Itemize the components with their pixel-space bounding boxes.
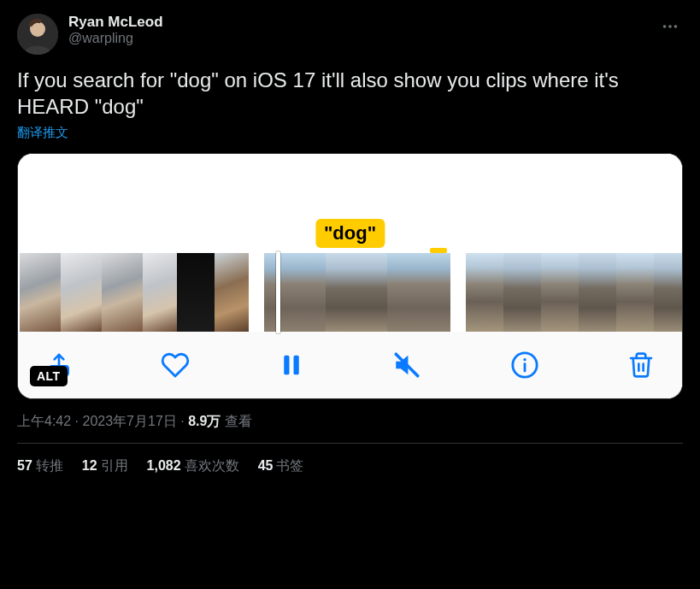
media-attachment[interactable]: "dog": [17, 153, 683, 399]
avatar[interactable]: [17, 14, 58, 55]
timeline-frame: [143, 253, 177, 332]
clip-group: [20, 253, 249, 332]
timeline-frame: [61, 253, 102, 332]
timeline-frame: [541, 253, 579, 332]
timeline-frame: [326, 253, 387, 332]
delete-button[interactable]: [627, 351, 655, 379]
timeline-frame: [503, 253, 541, 332]
clip-group: [264, 253, 450, 332]
mute-button[interactable]: [392, 350, 421, 380]
search-tag-badge: "dog": [315, 219, 385, 248]
svg-rect-7: [293, 356, 298, 375]
pause-button[interactable]: [279, 352, 304, 378]
svg-point-3: [668, 25, 672, 28]
views-label: 查看: [225, 414, 252, 428]
pause-icon: [279, 352, 304, 378]
trash-icon: [627, 351, 655, 379]
tweet-time: 上午4:42: [17, 414, 71, 428]
retweets-stat[interactable]: 57转推: [17, 457, 63, 475]
info-icon: [510, 350, 539, 380]
svg-point-2: [663, 25, 667, 28]
timeline-frame: [264, 253, 326, 332]
views-count: 8.9万: [188, 414, 221, 428]
alt-badge[interactable]: ALT: [30, 366, 68, 386]
bookmarks-stat[interactable]: 45书签: [258, 457, 304, 475]
media-toolbar: [18, 332, 682, 398]
user-block[interactable]: Ryan McLeod @warpling: [68, 14, 657, 46]
display-name: Ryan McLeod: [68, 14, 657, 31]
mute-icon: [392, 350, 421, 380]
more-icon: [661, 17, 679, 36]
video-timeline[interactable]: [18, 253, 682, 332]
translate-link[interactable]: 翻译推文: [17, 125, 68, 141]
info-button[interactable]: [510, 350, 539, 380]
more-button[interactable]: [657, 14, 683, 39]
timeline-frame: [215, 253, 249, 332]
tweet-meta[interactable]: 上午4:42 · 2023年7月17日 · 8.9万 查看: [17, 413, 683, 431]
tweet-container: Ryan McLeod @warpling If you search for …: [0, 0, 700, 489]
likes-stat[interactable]: 1,082喜欢次数: [147, 457, 239, 475]
timeline-frame: [20, 253, 61, 332]
like-button[interactable]: [161, 350, 190, 380]
tweet-date: 2023年7月17日: [82, 414, 176, 428]
timeline-frame: [616, 253, 654, 332]
playhead[interactable]: [276, 251, 280, 333]
timeline-frame: [654, 253, 683, 332]
timeline-frame: [387, 253, 450, 332]
timeline-frame: [177, 253, 215, 332]
media-top-area: "dog": [18, 154, 682, 253]
heart-icon: [161, 350, 190, 380]
tweet-header: Ryan McLeod @warpling: [17, 14, 683, 55]
timeline-frame: [579, 253, 616, 332]
stats-row: 57转推 12引用 1,082喜欢次数 45书签: [17, 444, 683, 475]
user-handle: @warpling: [68, 31, 657, 46]
quotes-stat[interactable]: 12引用: [82, 457, 128, 475]
svg-point-4: [674, 25, 678, 28]
timeline-frame: [102, 253, 143, 332]
tweet-text: If you search for "dog" on iOS 17 it'll …: [17, 67, 683, 120]
clip-group: [466, 253, 683, 332]
timeline-frame: [466, 253, 503, 332]
svg-rect-6: [284, 356, 289, 375]
svg-point-11: [523, 358, 526, 361]
